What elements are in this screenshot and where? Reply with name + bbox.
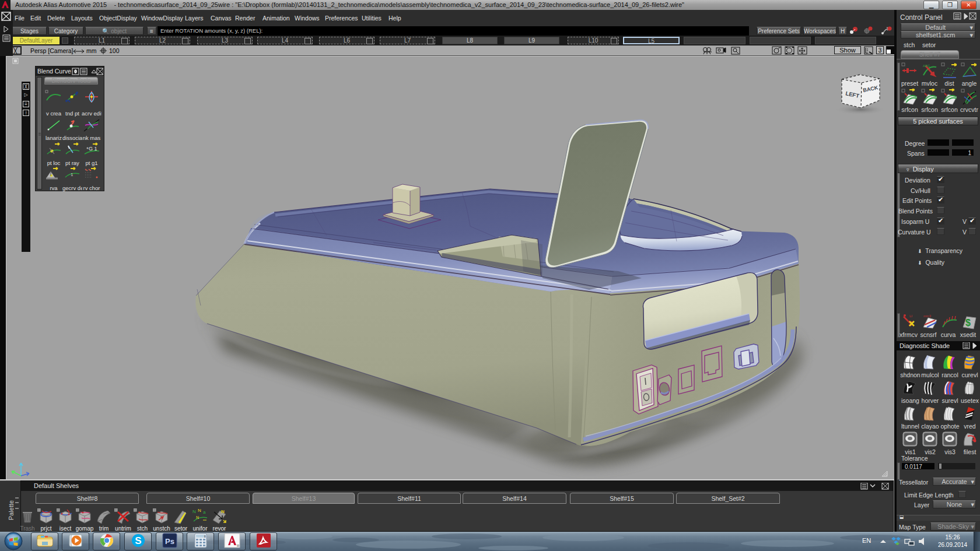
svg-text:S: S: [135, 535, 141, 546]
svg-text:Ps: Ps: [165, 537, 174, 546]
svg-text:R: R: [237, 544, 240, 548]
svg-text:ABC: ABC: [923, 64, 930, 68]
svg-text:8: 8: [204, 534, 206, 538]
svg-text:a: a: [203, 510, 206, 515]
svg-text:LI: LI: [909, 314, 912, 318]
svg-text:1: 1: [71, 172, 74, 177]
svg-text:N: N: [192, 509, 196, 514]
svg-text:min3: min3: [923, 314, 932, 318]
svg-text:N: N: [196, 515, 199, 520]
svg-text:N: N: [221, 509, 225, 514]
svg-text:N: N: [198, 508, 201, 513]
svg-text:$: $: [965, 318, 971, 328]
svg-text:G 1: G 1: [89, 146, 97, 152]
